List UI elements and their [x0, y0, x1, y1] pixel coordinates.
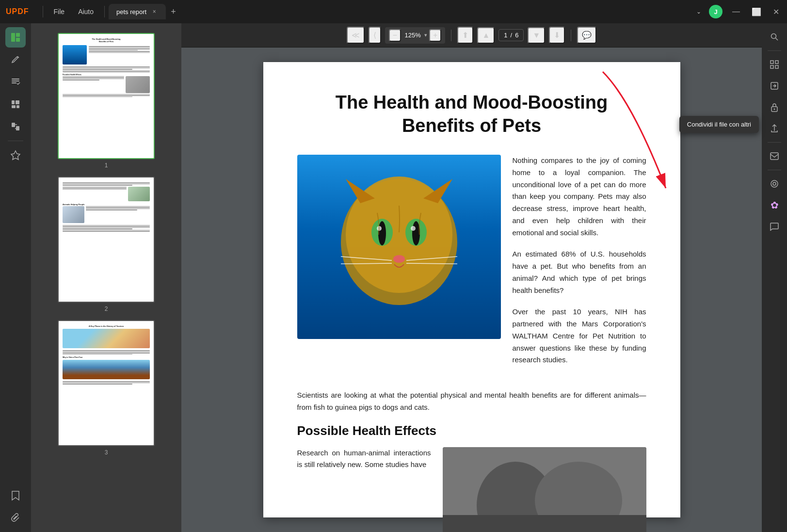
svg-rect-1: [16, 33, 20, 37]
thumbnail-page-1[interactable]: The Health and Mood-BoostingBenefits of …: [31, 29, 181, 173]
svg-point-41: [774, 109, 775, 110]
total-pages: 6: [515, 32, 518, 39]
tab-label: pets report: [116, 8, 146, 16]
thumb-title-1: The Health and Mood-BoostingBenefits of …: [63, 38, 150, 43]
sidebar-icon-ai[interactable]: [5, 145, 26, 165]
thumbnail-page-3[interactable]: A Key Phase in the History of Tourism Wh…: [31, 316, 181, 460]
thumb-label-3: 3: [105, 449, 108, 456]
pdf-cat-image: [297, 155, 501, 339]
sidebar-icon-annotate[interactable]: [5, 49, 26, 70]
pdf-para-2: An estimated 68% of U.S. households have…: [513, 248, 646, 296]
tab-add-button[interactable]: +: [166, 5, 181, 19]
svg-rect-3: [12, 79, 19, 80]
svg-point-20: [378, 221, 386, 245]
share-button[interactable]: [765, 119, 784, 138]
tab-bar: pets report × +: [109, 4, 696, 19]
svg-point-33: [771, 34, 776, 39]
svg-rect-9: [16, 105, 19, 108]
protect-button[interactable]: [765, 97, 784, 117]
ocr-button[interactable]: [765, 55, 784, 74]
menu-aiuto[interactable]: Aiuto: [71, 5, 100, 18]
thumb-section-2: Animals Helping People: [63, 203, 150, 206]
titlebar: UPDF File Aiuto pets report × + ⌄ J — ⬜ …: [0, 0, 787, 23]
pdf-page: The Health and Mood-Boosting Benefits of…: [263, 62, 680, 517]
share-button-wrapper: Condividi il file con altri: [765, 119, 784, 138]
minimize-button[interactable]: —: [730, 5, 742, 18]
thumbnail-panel[interactable]: The Health and Mood-BoostingBenefits of …: [31, 23, 181, 532]
maximize-button[interactable]: ⬜: [750, 5, 763, 18]
sidebar-icon-convert[interactable]: [5, 116, 26, 137]
svg-rect-32: [443, 515, 646, 532]
search-right-button[interactable]: [765, 27, 784, 47]
pdf-para-1: Nothing compares to the joy of coming ho…: [513, 155, 646, 239]
toolbar: ≪ ⟨ − 125% ▾ + ⬆ ▲ 1 / 6 ▼ ⬇ 💬: [181, 23, 762, 48]
pdf-main-content: Nothing compares to the joy of coming ho…: [297, 155, 646, 376]
app-logo: UPDF: [6, 7, 29, 16]
svg-rect-6: [12, 100, 15, 104]
tab-pets-report[interactable]: pets report ×: [109, 4, 166, 19]
page-control: 1 / 6: [498, 29, 524, 41]
pdf-title: The Health and Mood-Boosting Benefits of…: [297, 91, 646, 137]
svg-rect-2: [16, 38, 20, 42]
right-sidebar: Condividi il file con altri ✿: [762, 23, 787, 532]
first-page-button[interactable]: ≪: [347, 27, 365, 44]
go-top-button[interactable]: ⬆: [457, 27, 473, 44]
flower-button[interactable]: ✿: [765, 195, 784, 215]
thumbnail-image-3: A Key Phase in the History of Tourism Wh…: [58, 320, 155, 446]
left-sidebar: [0, 23, 31, 532]
svg-point-21: [412, 221, 420, 245]
page-sep: /: [511, 32, 513, 39]
thumbnail-page-2[interactable]: Animals Helping People: [31, 173, 181, 316]
svg-point-24: [393, 255, 405, 263]
window-controls: ⌄ J — ⬜ ✕: [696, 5, 781, 18]
svg-rect-0: [11, 33, 15, 42]
svg-rect-7: [16, 100, 19, 104]
main-area: The Health and Mood-BoostingBenefits of …: [0, 23, 787, 532]
thumb-section-1: Possible Health Effects: [63, 74, 150, 76]
pdf-section-content: Research on human-animal interactions is…: [297, 447, 646, 532]
pdf-section-title: Possible Health Effects: [297, 423, 646, 438]
thumb-tourism-title: A Key Phase in the History of Tourism: [63, 325, 150, 327]
email-button[interactable]: [765, 146, 784, 166]
sidebar-icon-bookmark[interactable]: [5, 485, 26, 506]
sidebar-icon-edit[interactable]: [5, 72, 26, 92]
pdf-viewer[interactable]: The Health and Mood-Boosting Benefits of…: [181, 48, 762, 532]
pdf-health-image: [443, 447, 646, 532]
svg-line-26: [341, 263, 392, 264]
svg-marker-12: [11, 151, 20, 160]
thumbnail-image-2: Animals Helping People: [58, 177, 155, 303]
zoom-in-button[interactable]: +: [429, 29, 441, 42]
comment-button[interactable]: 💬: [577, 27, 596, 44]
tab-close-button[interactable]: ×: [150, 8, 158, 16]
zoom-control: − 125% ▾ +: [385, 27, 446, 44]
zoom-out-button[interactable]: −: [389, 29, 401, 42]
thumbnail-image-1: The Health and Mood-BoostingBenefits of …: [58, 33, 155, 159]
svg-line-34: [776, 38, 778, 41]
pdf-para-4: Scientists are looking at what the poten…: [297, 389, 646, 414]
svg-rect-8: [12, 105, 16, 108]
prev-page-button[interactable]: ⟨: [369, 27, 381, 44]
toolbar-divider-1: [451, 30, 451, 41]
sidebar-icon-reader[interactable]: [5, 27, 26, 48]
tabs-dropdown-button[interactable]: ⌄: [696, 8, 701, 15]
zoom-value: 125%: [403, 32, 422, 39]
page-down-button[interactable]: ▼: [528, 27, 545, 44]
sidebar-icon-organize[interactable]: [5, 94, 26, 114]
page-up-button[interactable]: ▲: [477, 27, 495, 44]
zoom-dropdown-button[interactable]: ▾: [424, 32, 427, 38]
svg-rect-10: [12, 123, 15, 127]
pdf-text-column: Nothing compares to the joy of coming ho…: [513, 155, 646, 376]
convert-right-button[interactable]: [765, 76, 784, 96]
comment-right-button[interactable]: [765, 217, 784, 236]
thumb-tourism-img: [63, 329, 150, 348]
avatar[interactable]: J: [709, 5, 723, 18]
stamp-button[interactable]: [765, 174, 784, 193]
svg-line-28: [406, 263, 457, 264]
sidebar-icon-attachment[interactable]: [5, 508, 26, 528]
svg-rect-36: [775, 61, 778, 64]
close-button[interactable]: ✕: [771, 5, 781, 18]
menu-file[interactable]: File: [47, 5, 72, 18]
svg-rect-42: [771, 153, 778, 160]
go-bottom-button[interactable]: ⬇: [549, 27, 565, 44]
right-divider-2: [768, 142, 781, 143]
